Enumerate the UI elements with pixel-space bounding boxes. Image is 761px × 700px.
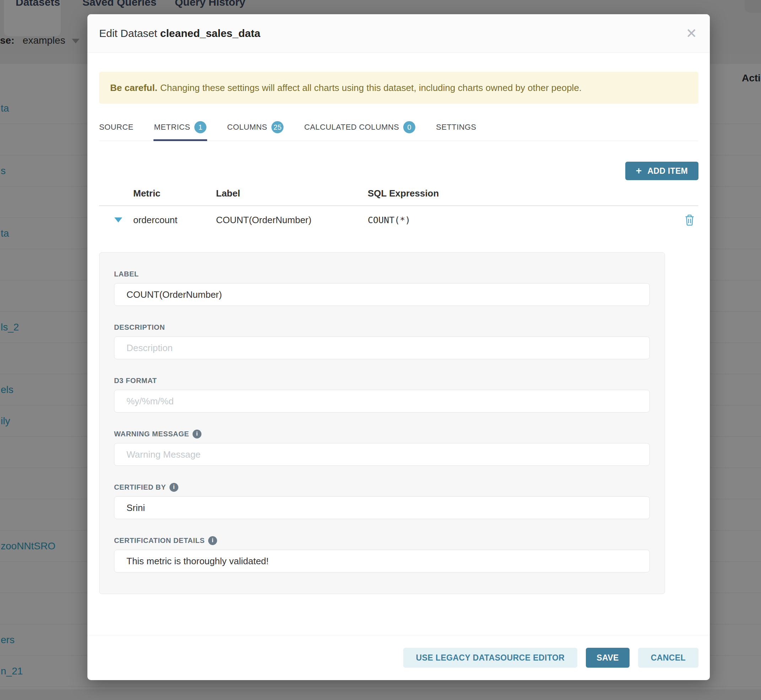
certified-by-input[interactable] (114, 496, 650, 519)
column-header-sql-expression: SQL Expression (368, 188, 439, 199)
field-certified-by-caption: CERTIFIED BY (114, 483, 166, 491)
warning-message-input[interactable] (114, 443, 650, 466)
field-certification-details-caption: CERTIFICATION DETAILS (114, 536, 205, 545)
use-legacy-datasource-editor-button[interactable]: USE LEGACY DATASOURCE EDITOR (403, 648, 577, 668)
field-warning-message: WARNING MESSAGE i (114, 430, 650, 466)
d3-format-input[interactable] (114, 390, 650, 412)
field-description-caption: DESCRIPTION (114, 323, 165, 331)
plus-icon: + (636, 166, 642, 176)
metrics-table-head: Metric Label SQL Expression (99, 181, 698, 206)
metric-detail-panel: LABEL DESCRIPTION D3 FORMAT WARNING MESS… (99, 252, 665, 594)
close-icon[interactable]: ✕ (686, 27, 697, 40)
metrics-count-badge: 1 (194, 121, 206, 133)
add-item-button[interactable]: + ADD ITEM (625, 162, 698, 180)
cancel-button[interactable]: CANCEL (638, 648, 698, 668)
metrics-table: Metric Label SQL Expression ordercount C… (99, 181, 698, 234)
save-button[interactable]: SAVE (586, 648, 630, 668)
tab-source[interactable]: SOURCE (99, 114, 134, 141)
field-description: DESCRIPTION (114, 323, 650, 359)
warning-banner-text: Changing these settings will affect all … (160, 83, 581, 94)
modal-tab-bar: SOURCE METRICS 1 COLUMNS 25 CALCULATED C… (99, 114, 698, 141)
label-input[interactable] (114, 283, 650, 306)
tab-source-label: SOURCE (99, 123, 134, 132)
tab-columns[interactable]: COLUMNS 25 (227, 114, 283, 141)
field-label-caption: LABEL (114, 270, 139, 278)
info-icon: i (208, 536, 217, 545)
modal-footer: USE LEGACY DATASOURCE EDITOR SAVE CANCEL (88, 635, 710, 680)
warning-banner-bold: Be careful. (110, 83, 157, 94)
tab-columns-label: COLUMNS (227, 123, 267, 132)
metric-label-cell: COUNT(OrderNumber) (216, 215, 312, 226)
info-icon: i (192, 430, 202, 439)
info-icon: i (169, 483, 178, 492)
description-input[interactable] (114, 336, 650, 359)
field-certification-details: CERTIFICATION DETAILS i (114, 536, 650, 572)
field-certified-by: CERTIFIED BY i (114, 483, 650, 519)
modal-header: Edit Dataset cleaned_sales_data ✕ (88, 14, 710, 53)
tab-settings[interactable]: SETTINGS (436, 114, 476, 141)
metric-row: ordercount COUNT(OrderNumber) COUNT(*) (99, 206, 698, 234)
column-header-label: Label (216, 188, 240, 199)
tab-calculated-columns-label: CALCULATED COLUMNS (304, 123, 399, 132)
field-d3-format: D3 FORMAT (114, 376, 650, 412)
modal-dataset-name: cleaned_sales_data (160, 27, 260, 39)
column-header-metric: Metric (133, 188, 161, 199)
modal-title: Edit Dataset cleaned_sales_data (99, 27, 260, 39)
tab-metrics-label: METRICS (154, 123, 191, 132)
certification-details-input[interactable] (114, 550, 650, 572)
tab-metrics[interactable]: METRICS 1 (154, 114, 207, 141)
field-label: LABEL (114, 270, 650, 306)
edit-dataset-modal: Edit Dataset cleaned_sales_data ✕ Be car… (88, 14, 710, 680)
calculated-columns-count-badge: 0 (403, 121, 415, 133)
columns-count-badge: 25 (272, 121, 283, 133)
expand-caret-icon[interactable] (114, 217, 122, 222)
modal-title-prefix: Edit Dataset (99, 27, 157, 39)
warning-banner: Be careful. Changing these settings will… (99, 72, 698, 104)
metric-name-cell: ordercount (133, 215, 177, 226)
trash-icon[interactable] (684, 214, 695, 226)
metric-sql-cell: COUNT(*) (368, 215, 410, 225)
tab-settings-label: SETTINGS (436, 123, 476, 132)
field-d3-format-caption: D3 FORMAT (114, 377, 157, 385)
tab-calculated-columns[interactable]: CALCULATED COLUMNS 0 (304, 114, 415, 141)
add-item-label: ADD ITEM (647, 166, 688, 176)
field-warning-message-caption: WARNING MESSAGE (114, 430, 189, 438)
